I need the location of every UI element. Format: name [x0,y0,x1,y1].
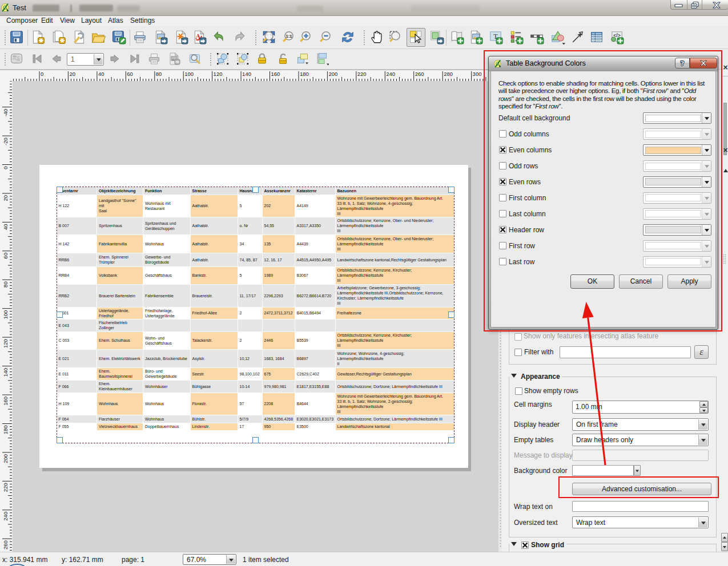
svg-text:240: 240 [2,512,9,521]
svg-text:80: 80 [155,71,162,77]
svg-text:0: 0 [2,167,9,169]
svg-text:140: 140 [242,71,251,77]
svg-text:220: 220 [357,71,366,77]
svg-text:-40: -40 [2,109,9,117]
svg-text:60: 60 [2,253,9,259]
svg-text:160: 160 [271,71,280,77]
svg-text:40: 40 [98,71,104,77]
svg-text:240: 240 [386,71,395,77]
svg-text:140: 140 [2,368,9,377]
svg-text:60: 60 [127,71,133,77]
svg-text:100: 100 [184,71,194,77]
svg-text:220: 220 [2,483,9,492]
svg-text:40: 40 [2,224,9,230]
svg-text:160: 160 [2,397,9,406]
svg-text:0: 0 [41,71,43,77]
svg-text:20: 20 [69,71,75,77]
svg-text:120: 120 [213,71,222,77]
svg-text:260: 260 [2,540,9,549]
svg-text:100: 100 [2,310,9,320]
svg-text:200: 200 [328,71,337,77]
svg-text:180: 180 [300,71,309,77]
svg-text:120: 120 [2,339,9,348]
svg-text:80: 80 [2,281,9,288]
svg-text:260: 260 [415,71,424,77]
svg-text:1:1: 1:1 [286,34,292,39]
svg-text:180: 180 [2,426,9,435]
svg-text:300: 300 [472,71,481,77]
svg-text:280: 280 [444,71,453,77]
svg-text:200: 200 [2,454,9,463]
svg-text:-20: -20 [2,138,9,145]
svg-text:20: 20 [2,195,9,201]
